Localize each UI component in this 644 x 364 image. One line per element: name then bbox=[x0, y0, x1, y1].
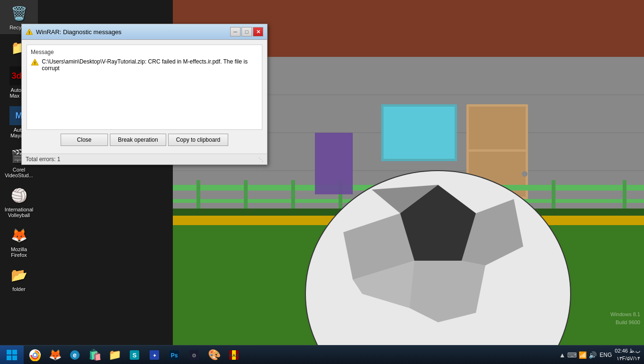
break-operation-button[interactable]: Break operation bbox=[110, 134, 166, 146]
taskbar-app-store[interactable]: 🛍️ bbox=[85, 346, 104, 364]
svg-rect-33 bbox=[12, 350, 17, 355]
svg-text:✦: ✦ bbox=[152, 353, 157, 358]
message-label: Message bbox=[31, 49, 258, 55]
svg-rect-14 bbox=[197, 180, 200, 209]
svg-text:Ps: Ps bbox=[171, 352, 178, 359]
svg-text:RAR: RAR bbox=[229, 353, 239, 358]
taskbar-app-ie[interactable]: e bbox=[65, 346, 84, 364]
winrar-dialog: ! WinRAR: Diagnostic messages ─ □ ✕ Mess… bbox=[21, 24, 268, 165]
language-indicator[interactable]: ENG bbox=[599, 352, 612, 358]
dialog-body: Message ! C:\Users\amin\Desktop\V-RayTut… bbox=[22, 40, 267, 154]
svg-rect-32 bbox=[7, 350, 11, 355]
dialog-title: WinRAR: Diagnostic messages bbox=[36, 28, 122, 36]
message-warning-icon: ! bbox=[31, 58, 39, 66]
system-tray-icons: ▲ ⌨ 📶 🔊 bbox=[559, 351, 597, 359]
dialog-status-bar: Total errors: 1 ⋱ bbox=[22, 154, 267, 164]
taskbar: 🦊 e 🛍️ 📁 S ✦ Ps bbox=[0, 345, 644, 364]
clock-date: ۱۳F/۵V/۱۴ bbox=[615, 355, 640, 362]
message-content: ! C:\Users\amin\Desktop\V-RayTutorial.zi… bbox=[31, 58, 258, 72]
taskbar-app-sketchup[interactable]: S bbox=[125, 346, 144, 364]
desktop-icon-firefox[interactable]: 🦊 MozillaFirefox bbox=[0, 222, 38, 262]
svg-rect-21 bbox=[623, 180, 626, 209]
resize-grip: ⋱ bbox=[259, 157, 263, 162]
maximize-button[interactable]: □ bbox=[242, 27, 252, 36]
svg-rect-15 bbox=[244, 180, 248, 209]
svg-text:!: ! bbox=[34, 61, 36, 65]
windows-logo-icon bbox=[6, 349, 18, 361]
message-box: Message ! C:\Users\amin\Desktop\V-RayTut… bbox=[27, 45, 262, 130]
dialog-title-area: ! WinRAR: Diagnostic messages bbox=[26, 28, 122, 36]
svg-text:e: e bbox=[73, 351, 77, 359]
taskbar-right: ▲ ⌨ 📶 🔊 ENG 02:46 ب.ظ ۱۳F/۵V/۱۴ bbox=[555, 347, 644, 362]
warning-icon: ! bbox=[26, 28, 33, 35]
dialog-window-controls: ─ □ ✕ bbox=[230, 27, 263, 36]
windows-watermark: Windows 8.1 Build 9600 bbox=[610, 310, 640, 326]
taskbar-app-app2[interactable]: ⚙ bbox=[185, 346, 204, 364]
svg-rect-20 bbox=[552, 180, 555, 209]
start-button[interactable] bbox=[0, 346, 24, 364]
close-button[interactable]: Close bbox=[61, 134, 108, 146]
svg-text:S: S bbox=[133, 352, 137, 359]
taskbar-app-photoshop[interactable]: Ps bbox=[165, 346, 184, 364]
windows-build: Build 9600 bbox=[610, 318, 640, 327]
svg-point-9 bbox=[522, 171, 528, 177]
svg-rect-16 bbox=[291, 180, 295, 209]
taskbar-app-firefox[interactable]: 🦊 bbox=[45, 346, 64, 364]
dialog-titlebar: ! WinRAR: Diagnostic messages ─ □ ✕ bbox=[22, 24, 267, 40]
system-clock[interactable]: 02:46 ب.ظ ۱۳F/۵V/۱۴ bbox=[615, 347, 640, 362]
minimize-button[interactable]: ─ bbox=[230, 27, 241, 36]
svg-rect-35 bbox=[12, 355, 17, 360]
keyboard-icon[interactable]: ⌨ bbox=[567, 351, 577, 359]
taskbar-app-paint[interactable]: 🎨 bbox=[205, 346, 224, 364]
svg-rect-11 bbox=[384, 107, 455, 159]
volume-icon[interactable]: 🔊 bbox=[589, 351, 597, 359]
svg-rect-25 bbox=[315, 133, 353, 194]
chevron-up-icon[interactable]: ▲ bbox=[559, 351, 565, 359]
desktop-icon-volleyball[interactable]: 🏐 InternationalVolleyball bbox=[0, 182, 38, 222]
network-icon[interactable]: 📶 bbox=[579, 351, 587, 359]
windows-version: Windows 8.1 bbox=[610, 310, 640, 318]
svg-rect-7 bbox=[469, 107, 526, 149]
taskbar-apps: 🦊 e 🛍️ 📁 S ✦ Ps bbox=[24, 346, 555, 364]
svg-rect-34 bbox=[7, 355, 11, 360]
window-close-button[interactable]: ✕ bbox=[253, 27, 263, 36]
status-text: Total errors: 1 bbox=[26, 156, 60, 163]
clock-time: 02:46 ب.ظ bbox=[615, 347, 640, 355]
svg-point-38 bbox=[34, 354, 36, 356]
taskbar-app-unknown1[interactable]: ✦ bbox=[145, 346, 164, 364]
desktop: 🗑️ Recyc... 📁 3ds AutodeMax 2... M AutoM… bbox=[0, 0, 644, 346]
taskbar-app-winrar[interactable]: RAR bbox=[224, 346, 243, 364]
copy-clipboard-button[interactable]: Copy to clipboard bbox=[168, 134, 228, 146]
taskbar-app-chrome[interactable] bbox=[26, 346, 45, 364]
message-text: C:\Users\amin\Desktop\V-RayTutorial.zip:… bbox=[42, 58, 258, 72]
svg-text:⚙: ⚙ bbox=[192, 353, 197, 358]
svg-text:!: ! bbox=[29, 30, 30, 35]
dialog-buttons: Close Break operation Copy to clipboard bbox=[27, 130, 262, 149]
desktop-icon-folder-dark[interactable]: 📂 folder bbox=[0, 262, 38, 296]
taskbar-app-explorer[interactable]: 📁 bbox=[105, 346, 124, 364]
